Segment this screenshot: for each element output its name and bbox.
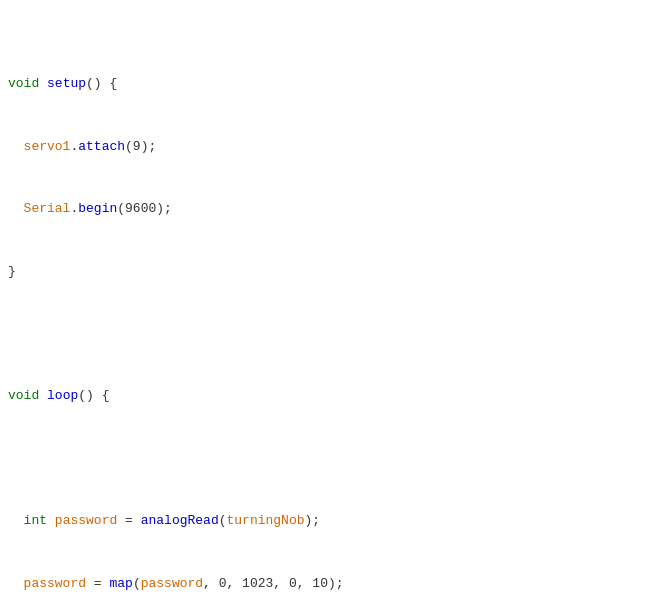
- line-2: servo1.attach(9);: [0, 137, 668, 158]
- line-1: void setup() {: [0, 74, 668, 95]
- line-9: password = map(password, 0, 1023, 0, 10)…: [0, 574, 668, 595]
- line-3: Serial.begin(9600);: [0, 199, 668, 220]
- line-6: void loop() {: [0, 386, 668, 407]
- line-4: }: [0, 262, 668, 283]
- line-5: [0, 324, 668, 345]
- line-7: [0, 449, 668, 470]
- line-8: int password = analogRead(turningNob);: [0, 511, 668, 532]
- code-editor: void setup() { servo1.attach(9); Serial.…: [0, 8, 668, 610]
